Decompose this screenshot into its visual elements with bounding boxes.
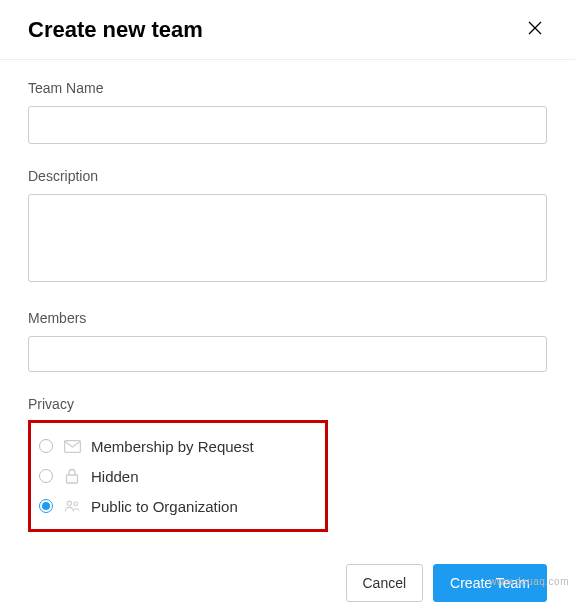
team-name-field: Team Name — [28, 80, 547, 144]
description-input[interactable] — [28, 194, 547, 282]
team-name-label: Team Name — [28, 80, 547, 96]
mail-icon — [63, 437, 81, 455]
privacy-option-membership-by-request[interactable]: Membership by Request — [37, 431, 319, 461]
dialog-header: Create new team — [0, 0, 575, 60]
group-icon — [63, 497, 81, 515]
cancel-button[interactable]: Cancel — [346, 564, 424, 602]
dialog-title: Create new team — [28, 17, 203, 43]
members-input[interactable] — [28, 336, 547, 372]
members-label: Members — [28, 310, 547, 326]
svg-rect-3 — [67, 475, 78, 483]
description-label: Description — [28, 168, 547, 184]
svg-point-5 — [74, 502, 78, 506]
svg-point-4 — [67, 501, 71, 505]
privacy-radio-membership-by-request[interactable] — [39, 439, 53, 453]
privacy-option-label: Membership by Request — [91, 438, 254, 455]
description-field: Description — [28, 168, 547, 286]
privacy-field: Privacy Membership by Request — [28, 396, 547, 532]
team-name-input[interactable] — [28, 106, 547, 144]
privacy-options-highlight-box: Membership by Request Hidden — [28, 420, 328, 532]
privacy-option-hidden[interactable]: Hidden — [37, 461, 319, 491]
dialog-body: Team Name Description Members Privacy — [0, 60, 575, 552]
privacy-radio-hidden[interactable] — [39, 469, 53, 483]
privacy-option-label: Public to Organization — [91, 498, 238, 515]
watermark-text: www.deuaq.com — [489, 576, 569, 587]
create-team-dialog: Create new team Team Name Description Me… — [0, 0, 575, 607]
privacy-label: Privacy — [28, 396, 547, 412]
members-field: Members — [28, 310, 547, 372]
privacy-radio-public-to-organization[interactable] — [39, 499, 53, 513]
privacy-option-label: Hidden — [91, 468, 139, 485]
close-icon — [527, 24, 543, 39]
privacy-option-public-to-organization[interactable]: Public to Organization — [37, 491, 319, 521]
close-button[interactable] — [523, 16, 547, 43]
lock-icon — [63, 467, 81, 485]
